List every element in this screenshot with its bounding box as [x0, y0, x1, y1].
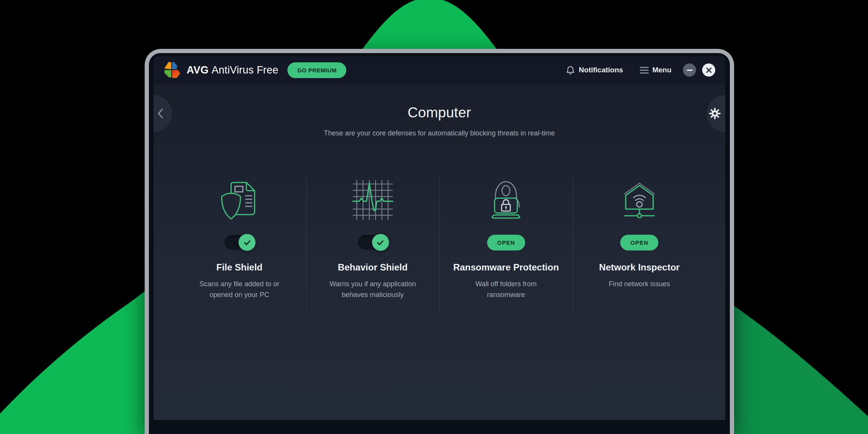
minimize-icon	[687, 70, 693, 71]
computer-page: Computer These are your core defenses fo…	[154, 84, 725, 420]
brand-bold: AVG	[187, 64, 209, 76]
shield-description: Warns you if any application behaves mal…	[324, 279, 421, 300]
back-nav-button[interactable]	[154, 95, 172, 132]
bell-icon	[566, 65, 575, 75]
shield-card-network-inspector: OPEN Network Inspector Find network issu…	[573, 178, 706, 312]
menu-label: Menu	[652, 66, 671, 74]
shield-card-file-shield: File Shield Scans any file added to or o…	[173, 178, 306, 312]
go-premium-button[interactable]: GO PREMIUM	[287, 62, 346, 78]
page-title: Computer	[154, 105, 725, 121]
laptop-frame: AVGAntiVirus Free GO PREMIUM Notificatio…	[145, 49, 734, 434]
shield-card-ransomware-protection: OPEN Ransomware Protection Wall off fold…	[439, 178, 573, 312]
app-title: AVGAntiVirus Free	[187, 64, 278, 76]
avg-logo-icon	[164, 61, 181, 79]
avg-app-window: AVGAntiVirus Free GO PREMIUM Notificatio…	[154, 56, 725, 420]
brand-rest: AntiVirus Free	[212, 64, 278, 76]
shield-description: Scans any file added to or opened on you…	[191, 279, 288, 300]
shield-description: Find network issues	[609, 279, 670, 289]
ransomware-protection-open-button[interactable]: OPEN	[487, 235, 525, 250]
close-button[interactable]	[702, 63, 715, 77]
ransomware-protection-icon	[484, 178, 527, 222]
network-inspector-icon	[618, 178, 661, 222]
shields-row: File Shield Scans any file added to or o…	[173, 178, 706, 312]
shield-title: File Shield	[216, 262, 262, 273]
settings-button[interactable]	[707, 95, 725, 132]
hamburger-icon	[640, 67, 649, 74]
behavior-shield-icon	[351, 178, 394, 222]
file-shield-icon	[218, 178, 261, 222]
gear-icon	[708, 107, 721, 120]
minimize-button[interactable]	[683, 63, 696, 77]
chevron-left-icon	[157, 108, 164, 119]
close-icon	[706, 67, 712, 73]
toggle-knob-check-icon	[239, 234, 255, 251]
laptop-screen: AVGAntiVirus Free GO PREMIUM Notificatio…	[149, 53, 730, 434]
menu-button[interactable]: Menu	[640, 66, 671, 74]
network-inspector-open-button[interactable]: OPEN	[620, 235, 658, 250]
toggle-knob-check-icon	[372, 234, 389, 251]
shield-title: Ransomware Protection	[453, 262, 559, 273]
desktop-background: AVGAntiVirus Free GO PREMIUM Notificatio…	[0, 0, 868, 434]
notifications-label: Notifications	[579, 66, 623, 74]
file-shield-toggle[interactable]	[225, 235, 254, 250]
shield-title: Behavior Shield	[338, 262, 407, 273]
shield-description: Wall off folders from ransomware	[457, 279, 554, 300]
shield-card-behavior-shield: Behavior Shield Warns you if any applica…	[306, 178, 440, 312]
behavior-shield-toggle[interactable]	[358, 235, 387, 250]
app-titlebar: AVGAntiVirus Free GO PREMIUM Notificatio…	[154, 56, 725, 84]
page-subtitle: These are your core defenses for automat…	[154, 129, 725, 137]
shield-title: Network Inspector	[599, 262, 679, 273]
notifications-button[interactable]: Notifications	[566, 65, 623, 75]
